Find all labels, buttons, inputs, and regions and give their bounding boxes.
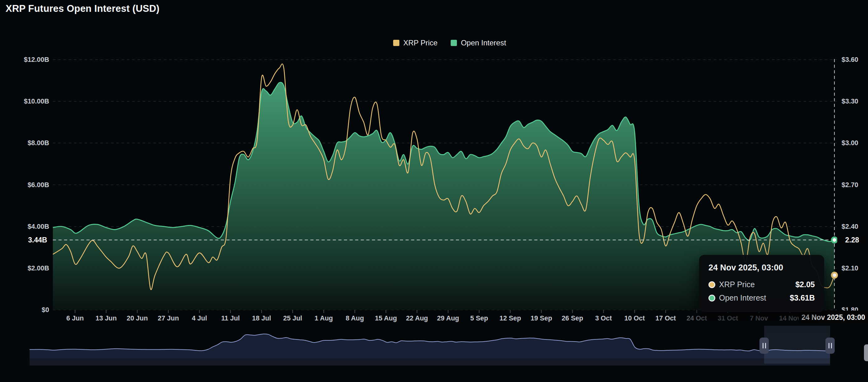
open-interest-dot-icon: [709, 295, 715, 301]
chart-canvas[interactable]: [0, 0, 868, 382]
price-value-badge: 2.28: [837, 234, 867, 246]
oi-value-badge: 3.44B: [26, 234, 50, 246]
scrollbar-thumb[interactable]: [864, 344, 868, 361]
navigator-track[interactable]: [30, 358, 837, 365]
handle-grip-icon: [829, 343, 830, 348]
navigator-selection[interactable]: [764, 326, 830, 364]
tooltip-title: 24 Nov 2025, 03:00: [709, 263, 815, 273]
navigator-handle-right[interactable]: [826, 338, 835, 354]
tooltip-row-label: Open Interest: [719, 293, 766, 303]
tooltip-row-xrp-price: XRP Price $2.05: [709, 280, 815, 289]
price-marker: [832, 273, 837, 278]
oi-marker: [832, 237, 837, 243]
tooltip: 24 Nov 2025, 03:00 XRP Price $2.05 Open …: [699, 255, 824, 312]
tooltip-row-open-interest: Open Interest $3.61B: [709, 293, 815, 303]
tooltip-row-value: $3.61B: [789, 293, 815, 303]
xrp-price-dot-icon: [709, 281, 715, 288]
handle-grip-icon: [765, 343, 766, 348]
tooltip-row-value: $2.05: [795, 280, 815, 289]
crosshair-date-badge: 24 Nov 2025, 03:00: [799, 311, 868, 324]
navigator-handle-left[interactable]: [760, 338, 769, 354]
tooltip-row-label: XRP Price: [719, 280, 755, 289]
navigator-wave: [30, 334, 837, 365]
handle-grip-icon: [831, 343, 832, 348]
handle-grip-icon: [763, 343, 764, 348]
